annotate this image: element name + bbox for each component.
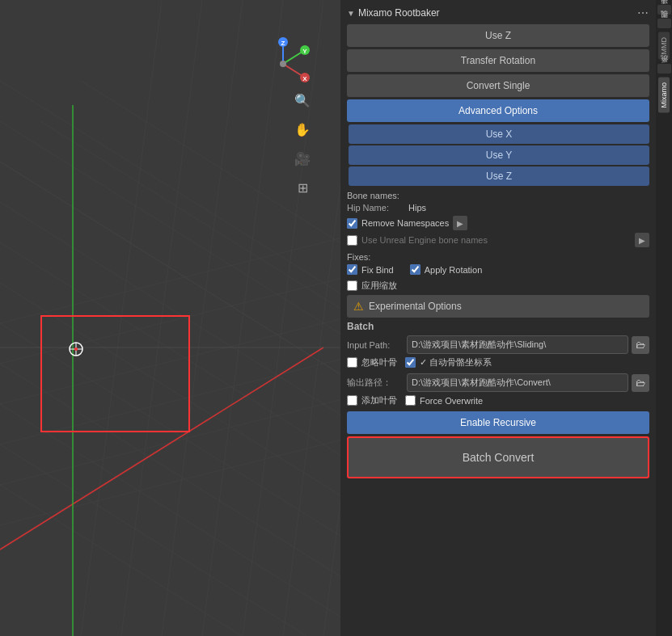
batch-options-row2: 添加叶骨 Force Overwrite — [347, 394, 649, 409]
tab-system[interactable]: 系统 — [657, 64, 671, 74]
svg-point-40 — [280, 61, 286, 67]
ignore-leaf-row: 忽略叶骨 — [347, 356, 397, 369]
use-unreal-arrow[interactable]: ▶ — [635, 233, 649, 247]
use-y-button[interactable]: Use Y — [349, 145, 649, 165]
apply-scale-row: 应用缩放 — [347, 280, 649, 292]
auto-bone-label: ✓ 自动骨骼坐标系 — [420, 356, 492, 369]
add-leaf-checkbox[interactable] — [347, 395, 357, 406]
svg-text:X: X — [302, 75, 307, 82]
apply-scale-checkbox[interactable] — [347, 280, 357, 291]
remove-namespaces-row: Remove Namespaces ▶ — [347, 216, 649, 230]
panel-menu-dots[interactable]: ⋯ — [637, 6, 649, 19]
apply-rotation-checkbox[interactable] — [410, 264, 421, 275]
side-tabs: 选项 视图 MMD 系统 Mixamo — [656, 0, 672, 636]
use-unreal-row: Use Unreal Engine bone names ▶ — [347, 233, 649, 247]
camera-tool-icon[interactable]: 🎥 — [291, 147, 314, 170]
convert-single-button[interactable]: Convert Single — [347, 74, 649, 97]
batch-convert-button[interactable]: Batch Convert — [347, 436, 649, 478]
use-z-top-button[interactable]: Use Z — [347, 24, 649, 47]
tab-mixamo[interactable]: Mixamo — [658, 78, 670, 113]
advanced-options-button[interactable]: Advanced Options — [347, 99, 649, 122]
remove-namespaces-checkbox[interactable] — [347, 218, 357, 229]
output-path-label: 输出路径： — [347, 377, 404, 389]
remove-namespaces-arrow[interactable]: ▶ — [453, 216, 467, 230]
tab-options[interactable]: 选项 — [657, 5, 671, 15]
collapse-arrow[interactable]: ▼ — [347, 9, 355, 18]
warning-icon: ⚠ — [353, 300, 364, 313]
output-path-value: D:\游戏项目\素材跑酷动作\Convert\ — [407, 373, 628, 392]
apply-rotation-label: Apply Rotation — [425, 265, 483, 275]
input-path-row: Input Path: D:\游戏项目\素材跑酷动作\Sliding\ 🗁 — [347, 335, 649, 354]
add-leaf-label: 添加叶骨 — [361, 394, 397, 406]
hip-name-label: Hip Name: — [347, 203, 404, 213]
panel-content: ▼ Mixamo Rootbaker ⋯ Use Z Transfer Rota… — [340, 0, 656, 636]
remove-namespaces-label: Remove Namespaces — [361, 218, 449, 228]
toolbar-left: 🔍 ✋ 🎥 ⊞ — [291, 89, 314, 199]
input-path-value: D:\游戏项目\素材跑酷动作\Sliding\ — [407, 335, 628, 354]
batch-section-label: Batch — [347, 321, 649, 332]
right-panel: 选项 视图 MMD 系统 Mixamo ▼ Mixamo Rootbaker ⋯… — [340, 0, 672, 636]
use-x-button[interactable]: Use X — [349, 124, 649, 144]
experimental-options-label: Experimental Options — [369, 301, 462, 312]
input-path-folder-button[interactable]: 🗁 — [632, 336, 649, 354]
move-tool-icon[interactable]: ✋ — [291, 118, 314, 141]
auto-bone-checkbox[interactable] — [405, 357, 416, 368]
hip-name-value: Hips — [408, 203, 426, 213]
input-path-label: Input Path: — [347, 340, 404, 350]
auto-bone-row: ✓ 自动骨骼坐标系 — [405, 356, 492, 369]
use-z-sub-button[interactable]: Use Z — [349, 166, 649, 186]
ignore-leaf-checkbox[interactable] — [347, 357, 357, 368]
panel-title: ▼ Mixamo Rootbaker — [347, 7, 440, 19]
force-overwrite-label: Force Overwrite — [420, 396, 483, 406]
ignore-leaf-label: 忽略叶骨 — [361, 356, 397, 369]
output-path-folder-button[interactable]: 🗁 — [632, 374, 649, 392]
panel-header: ▼ Mixamo Rootbaker ⋯ — [347, 6, 649, 19]
tab-mmd[interactable]: MMD — [658, 32, 670, 60]
grid-tool-icon[interactable]: ⊞ — [291, 176, 314, 199]
tab-view[interactable]: 视图 — [657, 19, 671, 28]
zoom-tool-icon[interactable]: 🔍 — [291, 89, 314, 112]
transfer-rotation-button[interactable]: Transfer Rotation — [347, 49, 649, 72]
fix-bind-label: Fix Bind — [361, 265, 394, 275]
panel-title-text: Mixamo Rootbaker — [358, 7, 440, 19]
batch-options-row1: 忽略叶骨 ✓ 自动骨骼坐标系 — [347, 356, 649, 371]
enable-recursive-button[interactable]: Enable Recursive — [347, 411, 649, 434]
bone-names-label: Bone names: — [347, 191, 649, 200]
fix-bind-row: Fix Bind — [347, 264, 394, 275]
apply-scale-label: 应用缩放 — [361, 280, 397, 292]
svg-text:Y: Y — [302, 48, 307, 55]
apply-rotation-row: Apply Rotation — [410, 264, 483, 275]
force-overwrite-checkbox[interactable] — [405, 395, 416, 406]
fixes-label: Fixes: — [347, 252, 649, 262]
axis-indicator: Z Y X — [255, 36, 311, 92]
use-unreal-label: Use Unreal Engine bone names — [361, 235, 488, 245]
force-overwrite-row: Force Overwrite — [405, 395, 483, 406]
add-leaf-row: 添加叶骨 — [347, 394, 397, 406]
sub-buttons-group: Use X Use Y Use Z — [347, 124, 649, 186]
selection-box — [40, 315, 190, 432]
experimental-options-button[interactable]: ⚠ Experimental Options — [347, 295, 649, 318]
use-unreal-checkbox[interactable] — [347, 235, 357, 246]
hip-name-row: Hip Name: Hips — [347, 203, 649, 213]
svg-text:Z: Z — [281, 40, 285, 47]
fixes-row: Fix Bind Apply Rotation — [347, 264, 649, 277]
fix-bind-checkbox[interactable] — [347, 264, 357, 275]
output-path-row: 输出路径： D:\游戏项目\素材跑酷动作\Convert\ 🗁 — [347, 373, 649, 392]
